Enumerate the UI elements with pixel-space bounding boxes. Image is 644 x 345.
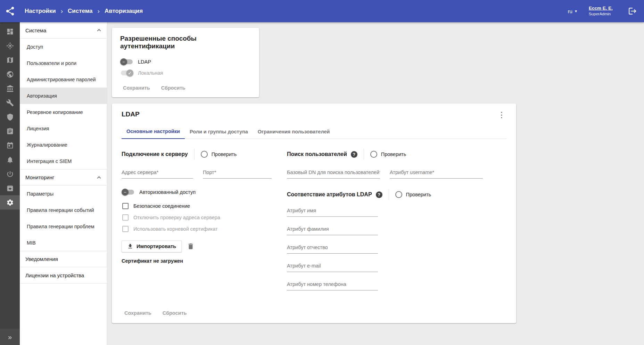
email-attribute-input[interactable] [287, 261, 378, 272]
sidebar-group-label: Мониторинг [25, 174, 54, 180]
radio-icon[interactable] [395, 191, 402, 198]
sidebar-item-parameters[interactable]: Параметры [20, 186, 107, 202]
rail-item-tasks[interactable] [0, 124, 20, 138]
tab-user-restrictions[interactable]: Ограничения пользователей [253, 124, 335, 139]
breadcrumb-authorization[interactable]: Авторизация [105, 8, 143, 15]
check-icon: ✓ [128, 71, 132, 75]
certificate-status-text: Сертификат не загружен [122, 258, 272, 264]
rail-item-schedule[interactable] [0, 138, 20, 153]
sidebar-item-password-admin[interactable]: Администрирование паролей [20, 71, 107, 88]
last-name-attribute-input[interactable] [287, 224, 378, 235]
sidebar: Система Доступ Пользователи и роли Админ… [20, 22, 107, 345]
globe-icon [6, 71, 14, 78]
tab-label: Ограничения пользователей [258, 129, 330, 134]
rail-item-tools[interactable] [0, 96, 20, 110]
sidebar-item-notifications[interactable]: Уведомления [20, 251, 107, 267]
sidebar-item-users-roles[interactable]: Пользователи и роли [20, 55, 107, 71]
user-name: Eccm E. E. [589, 6, 613, 11]
kebab-menu-button[interactable]: ⋮ [497, 110, 506, 119]
sidebar-item-authorization[interactable]: Авторизация [20, 88, 107, 104]
breadcrumb-separator-icon: › [61, 7, 63, 15]
breadcrumb-settings[interactable]: Настройки [25, 8, 56, 15]
sidebar-item-label: Администрирование паролей [27, 77, 96, 82]
tab-basic-settings[interactable]: Основные настройки [122, 124, 185, 139]
network-logo-icon [5, 6, 15, 16]
main-content: Разрешенные способы аутентификации − LDA… [107, 22, 644, 345]
shield-icon [6, 113, 14, 121]
port-input[interactable] [203, 167, 272, 179]
sidebar-group-system[interactable]: Система [20, 22, 107, 39]
rail-item-notifications[interactable] [0, 153, 20, 167]
auth-save-button[interactable]: Сохранить [120, 82, 153, 94]
secure-connection-checkbox-row[interactable]: Безопасное соединение [122, 203, 272, 209]
ldap-toggle[interactable]: − [120, 58, 133, 66]
radio-icon[interactable] [201, 151, 208, 158]
logout-button[interactable] [628, 7, 637, 16]
trash-icon [187, 243, 195, 250]
auth-reset-button[interactable]: Сбросить [158, 82, 188, 94]
rail-item-map[interactable] [0, 53, 20, 67]
radio-icon[interactable] [370, 151, 377, 158]
rail-expand-button[interactable]: » [0, 329, 20, 345]
rail-item-power[interactable] [0, 167, 20, 181]
authorized-access-toggle[interactable]: − [122, 188, 135, 196]
user-role: SuperAdmin [589, 11, 613, 16]
checkbox-icon[interactable] [122, 226, 129, 232]
local-toggle-label: Локальная [138, 70, 163, 76]
local-toggle-row: ✓ Локальная [120, 67, 251, 79]
sidebar-item-mib[interactable]: MIB [20, 235, 107, 251]
chevron-down-icon: ▾ [575, 9, 577, 14]
checkbox-icon[interactable] [122, 203, 129, 209]
rail-item-security[interactable] [0, 110, 20, 124]
archive-icon [6, 184, 14, 192]
user-menu[interactable]: Eccm E. E. SuperAdmin [589, 6, 613, 16]
tab-roles-groups[interactable]: Роли и группы доступа [185, 124, 253, 139]
sidebar-item-device-licenses[interactable]: Лицензии на устройства [20, 267, 107, 284]
import-certificate-button[interactable]: Импортировать [122, 240, 182, 252]
help-icon[interactable]: ? [376, 191, 382, 198]
map-icon [6, 56, 14, 64]
rail-item-dashboard[interactable] [0, 24, 20, 39]
ldap-toggle-label: LDAP [138, 59, 151, 65]
first-name-attribute-input[interactable] [287, 206, 378, 217]
sidebar-item-access[interactable]: Доступ [20, 39, 107, 55]
rail-item-network[interactable] [0, 67, 20, 81]
sidebar-item-backup[interactable]: Резервное копирование [20, 104, 107, 120]
ldap-save-button[interactable]: Сохранить [122, 307, 154, 319]
sidebar-group-monitoring[interactable]: Мониторинг [20, 169, 107, 186]
ldap-reset-button[interactable]: Сбросить [160, 307, 190, 319]
app-logo[interactable] [0, 6, 20, 16]
username-attribute-input[interactable] [390, 167, 483, 179]
checkbox-icon[interactable] [122, 214, 129, 221]
sidebar-item-event-rules[interactable]: Правила генерации событий [20, 202, 107, 218]
user-search-check-group[interactable]: Проверить [370, 151, 406, 158]
sidebar-item-label: Правила генерации событий [27, 207, 94, 213]
rail-item-archive[interactable] [0, 181, 20, 195]
minus-icon: − [122, 60, 125, 64]
sidebar-item-license[interactable]: Лицензия [20, 120, 107, 137]
phone-attribute-input[interactable] [287, 279, 378, 290]
middle-name-attribute-input[interactable] [287, 243, 378, 254]
delete-certificate-button[interactable] [187, 243, 195, 250]
rail-item-datacenter[interactable] [0, 81, 20, 96]
user-search-check-label: Проверить [381, 151, 406, 157]
sidebar-item-logging[interactable]: Журналирование [20, 137, 107, 153]
breadcrumb-system[interactable]: Система [68, 8, 93, 15]
help-icon[interactable]: ? [351, 151, 357, 158]
sidebar-item-problem-rules[interactable]: Правила генерации проблем [20, 218, 107, 235]
attributes-check-group[interactable]: Проверить [395, 191, 431, 198]
connection-check-group[interactable]: Проверить [201, 151, 237, 158]
base-dn-input[interactable] [287, 167, 380, 179]
server-address-input[interactable] [122, 167, 193, 179]
local-auth-toggle[interactable]: ✓ [120, 69, 133, 77]
sidebar-item-siem[interactable]: Интеграция с SIEM [20, 153, 107, 169]
root-certificate-checkbox-row[interactable]: Использовать корневой сертификат [122, 226, 272, 232]
rail-item-incidents[interactable] [0, 39, 20, 53]
clipboard-icon [6, 128, 14, 135]
question-glyph: ? [353, 152, 355, 157]
rail-item-settings[interactable] [0, 195, 20, 210]
skip-address-check-label: Отключить проверку адреса сервера [133, 215, 220, 220]
skip-address-check-checkbox-row[interactable]: Отключить проверку адреса сервера [122, 214, 272, 221]
power-icon [6, 170, 14, 178]
language-selector[interactable]: ru ▾ [568, 8, 577, 14]
